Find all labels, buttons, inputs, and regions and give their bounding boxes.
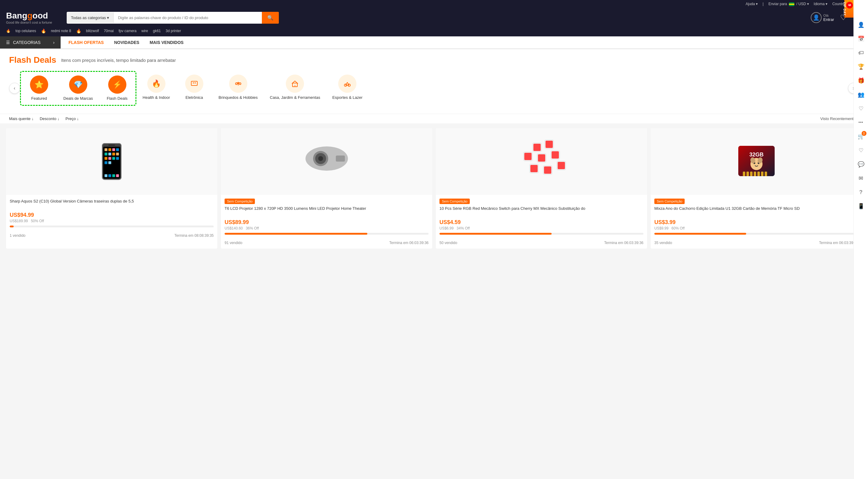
product-info-1: Sharp Aquos S2 (C10) Global Version Câme… [6,195,217,234]
recently-viewed[interactable]: Visto Recentemente ▾ [820,116,859,121]
sort-desconto[interactable]: Desconto ↓ [40,116,59,121]
svg-rect-29 [530,165,538,172]
sidebar-help[interactable]: ? [855,185,868,199]
svg-rect-19 [533,144,541,151]
sidebar-email[interactable]: ✉ [855,172,868,185]
badge-4: Sem Competição [654,199,685,204]
flash-deals-icon: ⚡ [108,76,126,94]
discount-2: 36% Off [246,226,259,231]
cat-casa-jardim[interactable]: Casa, Jardim & Ferramentas [264,71,326,106]
sold-3: 50 vendido [439,241,457,245]
featured-icon: ⭐ [30,76,48,94]
badge-2: Sem Competição [224,199,255,204]
product-card-1[interactable]: 📱 Sharp Aquos S2 (C10) Global Version Câ… [6,128,217,248]
right-sidebar: 👤 📅 🏷 🏆 🎁 👥 ♡ ••• 🛒 0 ♡ 💬 ✉ ? 📱 [854,0,868,253]
cat-nav-prev[interactable]: ‹ [9,83,20,94]
sort-mais-quente[interactable]: Mais quente ↓ [9,116,34,121]
user-icon: 👤 [811,12,822,23]
selected-category-group: ⭐ Featured 💎 Deals de Marcas ⚡ Flash Dea… [20,71,136,106]
logo[interactable]: Banggood Good life doesn't cost a fortun… [6,11,61,24]
nav-novidades[interactable]: NOVIDADES [109,36,144,49]
categories-label: CATEGORIAS [13,40,41,45]
hot-link-1[interactable]: redmi note 8 [51,29,71,33]
search-input[interactable] [114,12,262,23]
nav-mais-vendidos[interactable]: MAIS VENDIDOS [145,36,188,49]
nav-links: FLASH OFERTAS NOVIDADES MAIS VENDIDOS [61,36,191,49]
price-original-4: US$9.99 [654,226,669,231]
sold-2: 91 vendido [224,241,243,245]
progress-bar-wrapper-2 [224,233,429,235]
health-indoor-label: Health & Indoor [143,95,170,100]
sidebar-gift[interactable]: 🎁 [855,74,868,87]
cat-flash-deals[interactable]: ⚡ Flash Deals [99,72,135,105]
hot-link-0[interactable]: top celulares [16,29,36,33]
svg-rect-39 [750,172,752,176]
progress-bar-wrapper-3 [439,233,644,235]
login-icon[interactable]: 👤 Olá Entrar [811,12,834,23]
svg-rect-21 [546,141,553,148]
vip-banner[interactable]: 9 VIP DAY [844,0,854,18]
featured-label: Featured [31,96,47,101]
fire-icon-2: 🔥 [41,29,46,33]
casa-jardim-icon [286,74,304,93]
sidebar-tag[interactable]: 🏷 [855,46,868,59]
svg-rect-31 [544,167,551,174]
deals-marcas-label: Deals de Marcas [63,96,93,101]
product-name-1: Sharp Aquos S2 (C10) Global Version Câme… [10,199,214,209]
product-image-3 [436,128,647,195]
flash-deals-header: Flash Deals Itens com preços incríveis, … [9,55,859,65]
sidebar-cart[interactable]: 🛒 0 [855,130,868,143]
help-link[interactable]: Ajuda ▾ [746,2,758,6]
product-info-3: Sem Competição 10 Pcs Série RGB Red Mecâ… [436,195,647,241]
search-bar: Todas as categorias ▾ 🔍 [67,12,279,24]
hot-link-2[interactable]: blitzwolf [86,29,99,33]
fire-icon-1: 🔥 [6,29,10,33]
sidebar-people[interactable]: 👥 [855,88,868,101]
sort-preco[interactable]: Preço ↓ [65,116,79,121]
sidebar-cart-badge: 0 [862,131,867,136]
vip-label: VIP DAY [843,2,846,16]
progress-bar-2 [224,233,367,235]
hot-link-7[interactable]: 3d printer [166,29,181,33]
cat-deals-marcas[interactable]: 💎 Deals de Marcas [57,72,99,105]
cat-health-indoor[interactable]: 🔥 Health & Indoor [137,71,176,106]
cat-esportes-lazer[interactable]: Esportes & Lazer [326,71,369,106]
badge-3: Sem Competição [439,199,470,204]
sidebar-chat[interactable]: 💬 [855,158,868,171]
category-dropdown[interactable]: Todas as categorias ▾ [67,12,114,23]
price-current-2: US$89.99 [224,219,249,225]
progress-bar-wrapper-1 [10,226,214,228]
sidebar-phone[interactable]: 📱 [855,200,868,213]
hot-link-4[interactable]: fpv camera [119,29,136,33]
language-link[interactable]: Idioma ▾ [814,2,827,6]
send-to: Enviar para / USD ▾ [768,2,809,6]
nav-flash-ofertas[interactable]: FLASH OFERTAS [64,36,108,49]
logo-text: Banggood [6,11,61,21]
sidebar-user[interactable]: 👤 [855,18,868,32]
cat-featured[interactable]: ⭐ Featured [21,72,57,105]
product-card-2[interactable]: Sem Competição T6 LCD Projetor 1280 x 72… [221,128,432,248]
health-indoor-icon: 🔥 [147,74,165,93]
product-card-4[interactable]: 32GB Sem Competição Mixza Ano do Cachorr… [651,128,862,248]
svg-rect-37 [743,172,745,176]
cat-brinquedos-hobbies[interactable]: Brinquedos & Hobbies [213,71,264,106]
product-card-3[interactable]: Sem Competição 10 Pcs Série RGB Red Mecâ… [436,128,647,248]
timer-1: Termina em 08:08:39:35 [175,234,214,238]
price-area-1: US$94.99 [10,212,214,218]
hot-link-5[interactable]: wire [141,29,148,33]
hot-link-3[interactable]: 70mai [104,29,114,33]
hot-link-6[interactable]: gk61 [153,29,161,33]
sidebar-wishlist[interactable]: ♡ [855,144,868,157]
deals-marcas-icon: 💎 [69,76,87,94]
categories-button[interactable]: ☰ CATEGORIAS › [0,36,61,49]
search-button[interactable]: 🔍 [262,12,279,24]
cat-eletronica[interactable]: Eletrônica [176,71,213,106]
original-price-area-1: US$189.99 50% Off [10,218,214,223]
progress-bar-4 [654,233,746,235]
sidebar-calendar[interactable]: 📅 [855,32,868,46]
sidebar-dots[interactable]: ••• [855,116,868,129]
sidebar-heart[interactable]: ♡ [855,102,868,115]
discount-1: 50% Off [31,219,44,223]
brinquedos-hobbies-icon [229,74,247,93]
sidebar-trophy[interactable]: 🏆 [855,60,868,73]
